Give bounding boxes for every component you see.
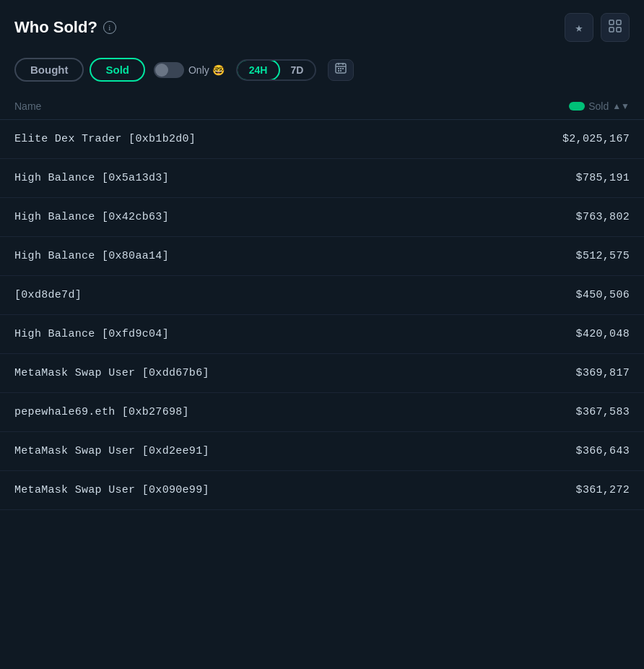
svg-rect-10 [342, 68, 344, 69]
only-emoji: 🤓 [212, 64, 225, 76]
calendar-icon [335, 62, 347, 77]
sold-column-header[interactable]: Sold ▲▼ [569, 100, 630, 112]
row-value: $763,802 [576, 211, 630, 223]
svg-rect-9 [340, 68, 341, 69]
row-name: Elite Dex Trader [0xb1b2d0] [14, 133, 196, 145]
row-name: MetaMask Swap User [0xd2ee91] [14, 445, 209, 457]
svg-rect-12 [340, 70, 341, 72]
table-row[interactable]: High Balance [0x5a13d3] $785,191 [0, 159, 644, 198]
table-row[interactable]: MetaMask Swap User [0xd2ee91] $366,643 [0, 432, 644, 471]
star-button[interactable]: ★ [565, 13, 593, 42]
calendar-button[interactable] [328, 59, 354, 81]
title-text: Who Sold? [14, 18, 97, 37]
table-row[interactable]: MetaMask Swap User [0xdd67b6] $369,817 [0, 354, 644, 393]
svg-rect-8 [338, 68, 339, 69]
row-value: $450,506 [576, 289, 630, 301]
svg-rect-3 [617, 27, 621, 32]
table-row[interactable]: MetaMask Swap User [0x090e99] $361,272 [0, 471, 644, 510]
only-toggle[interactable] [154, 62, 184, 78]
sold-tab[interactable]: Sold [90, 58, 145, 82]
toggle-wrapper: Only 🤓 [154, 62, 225, 78]
table-row[interactable]: High Balance [0xfd9c04] $420,048 [0, 315, 644, 354]
sort-icon: ▲▼ [612, 101, 630, 111]
time-filters: 24H 7D [236, 59, 317, 81]
row-name: High Balance [0x5a13d3] [14, 172, 169, 184]
row-value: $367,583 [576, 406, 630, 418]
svg-rect-0 [609, 20, 614, 25]
page-title: Who Sold? i [14, 18, 116, 37]
row-value: $361,272 [576, 484, 630, 496]
time-24h-button[interactable]: 24H [236, 59, 281, 81]
header-actions: ★ [565, 13, 630, 42]
svg-rect-11 [338, 70, 339, 72]
table-row[interactable]: Elite Dex Trader [0xb1b2d0] $2,025,167 [0, 120, 644, 159]
expand-button[interactable] [601, 13, 630, 42]
table-row[interactable]: High Balance [0x42cb63] $763,802 [0, 198, 644, 237]
row-name: MetaMask Swap User [0x090e99] [14, 484, 209, 496]
toggle-thumb [155, 64, 168, 77]
sold-indicator [569, 102, 585, 111]
row-value: $785,191 [576, 172, 630, 184]
name-column-header: Name [14, 100, 41, 112]
row-value: $420,048 [576, 328, 630, 340]
row-name: MetaMask Swap User [0xdd67b6] [14, 367, 209, 379]
star-icon: ★ [575, 20, 583, 35]
only-label: Only 🤓 [188, 64, 225, 76]
row-value: $366,643 [576, 445, 630, 457]
table-body: Elite Dex Trader [0xb1b2d0] $2,025,167 H… [0, 120, 644, 510]
table-row[interactable]: pepewhale69.eth [0xb27698] $367,583 [0, 393, 644, 432]
tab-bar: Bought Sold Only 🤓 24H 7D [0, 52, 644, 93]
row-name: High Balance [0x42cb63] [14, 211, 169, 223]
row-name: pepewhale69.eth [0xb27698] [14, 406, 189, 418]
row-name: [0xd8de7d] [14, 289, 82, 301]
time-7d-button[interactable]: 7D [279, 61, 315, 79]
table-header: Name Sold ▲▼ [0, 93, 644, 120]
expand-icon [609, 20, 622, 36]
table-row[interactable]: [0xd8de7d] $450,506 [0, 276, 644, 315]
row-name: High Balance [0xfd9c04] [14, 328, 169, 340]
row-value: $369,817 [576, 367, 630, 379]
row-value: $2,025,167 [562, 133, 630, 145]
svg-rect-1 [617, 20, 621, 25]
bought-tab[interactable]: Bought [14, 58, 84, 82]
sold-col-label: Sold [588, 100, 609, 112]
row-name: High Balance [0x80aa14] [14, 250, 169, 262]
header: Who Sold? i ★ [0, 0, 644, 52]
table-row[interactable]: High Balance [0x80aa14] $512,575 [0, 237, 644, 276]
row-value: $512,575 [576, 250, 630, 262]
app-container: Who Sold? i ★ Bought Sold [0, 0, 644, 669]
only-text: Only [188, 64, 209, 76]
svg-rect-2 [609, 27, 614, 32]
info-icon[interactable]: i [103, 21, 116, 34]
